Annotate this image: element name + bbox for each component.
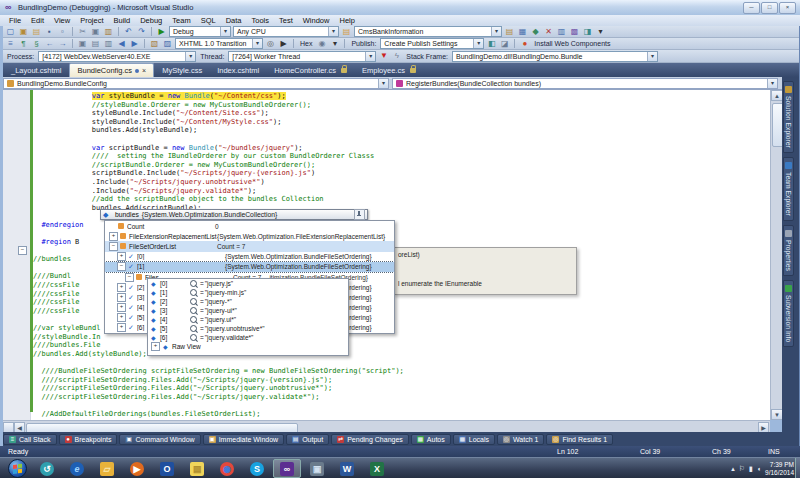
- install-web-components-button[interactable]: Install Web Components: [532, 40, 612, 47]
- outlook-icon[interactable]: O: [153, 459, 181, 478]
- files-popup-row[interactable]: ◆[0]= "jquery.js": [148, 279, 348, 288]
- expander-icon[interactable]: +: [117, 283, 126, 292]
- menu-item-build[interactable]: Build: [109, 15, 136, 26]
- side-tab-subversion-info[interactable]: Subversion Info: [783, 280, 794, 347]
- menu-item-sql[interactable]: SQL: [196, 15, 221, 26]
- magnifier-icon[interactable]: [190, 325, 197, 332]
- paste-icon[interactable]: ▥: [103, 27, 114, 37]
- member-dropdown[interactable]: RegisterBundles(BundleCollection bundles…: [392, 78, 778, 89]
- find-symbol-icon[interactable]: ◉: [316, 39, 327, 49]
- maximize-button[interactable]: □: [761, 2, 778, 14]
- decrease-indent-icon[interactable]: ←: [44, 39, 55, 49]
- style-sheet-icon[interactable]: ▧: [149, 39, 160, 49]
- action-center-icon[interactable]: ⚐: [739, 465, 745, 473]
- datatip-row[interactable]: +FileExtensionReplacementList{System.Web…: [105, 231, 394, 241]
- redo-icon[interactable]: ↷: [136, 27, 147, 37]
- doc-tab-mystyle-css[interactable]: MyStyle.css: [155, 64, 209, 77]
- expander-icon[interactable]: +: [117, 313, 126, 322]
- menu-item-help[interactable]: Help: [334, 15, 359, 26]
- magnifier-icon[interactable]: [190, 307, 197, 314]
- save-all-icon[interactable]: ▫: [57, 27, 68, 37]
- media-player-icon[interactable]: ▶: [123, 459, 151, 478]
- magnifier-icon[interactable]: [190, 316, 197, 323]
- cut-icon[interactable]: ✂: [77, 27, 88, 37]
- files-expansion-popup[interactable]: ◆[0]= "jquery.js"◆[1]= "jquery-min.js"◆[…: [147, 278, 349, 356]
- output-window-icon[interactable]: ▥: [556, 27, 567, 37]
- datatip-row[interactable]: −✓[1]{System.Web.Optimization.BundleFile…: [105, 262, 394, 272]
- publish-settings-icon[interactable]: ◧: [486, 39, 497, 49]
- menu-item-test[interactable]: Test: [274, 15, 298, 26]
- panel-tab-command-window[interactable]: ▣Command Window: [119, 434, 200, 445]
- side-tab-solution-explorer[interactable]: Solution Explorer: [783, 81, 794, 153]
- expander-icon[interactable]: +: [117, 252, 126, 261]
- internet-explorer-icon[interactable]: e: [63, 459, 91, 478]
- menu-item-project[interactable]: Project: [75, 15, 108, 26]
- expander-icon[interactable]: −: [125, 273, 134, 282]
- expander-icon[interactable]: −: [109, 242, 118, 251]
- files-popup-row[interactable]: ◆[1]= "jquery-min.js": [148, 288, 348, 297]
- undo-icon[interactable]: ↶: [123, 27, 134, 37]
- sticky-notes-icon[interactable]: ▤: [183, 459, 211, 478]
- files-popup-row[interactable]: ◆[2]= "jquery-*": [148, 297, 348, 306]
- new-item-icon[interactable]: ▢: [5, 27, 16, 37]
- open-file-icon[interactable]: ▤: [31, 27, 42, 37]
- panel-tab-watch-1[interactable]: ◎Watch 1: [497, 434, 544, 445]
- expander-icon[interactable]: +: [117, 293, 126, 302]
- object-browser-icon[interactable]: ◆: [530, 27, 541, 37]
- outline-collapse-box[interactable]: −: [18, 246, 27, 255]
- doc-tab-homecontroller-cs[interactable]: HomeController.cs: [267, 64, 354, 77]
- excel-icon[interactable]: X: [363, 459, 391, 478]
- magnifier-icon[interactable]: [190, 334, 197, 341]
- check-accessibility-icon[interactable]: ◎: [265, 39, 276, 49]
- start-page-icon[interactable]: ▩: [569, 27, 580, 37]
- debug-config-dropdown[interactable]: Debug▾: [169, 26, 231, 37]
- format-document-icon[interactable]: ≡: [5, 39, 16, 49]
- menu-item-data[interactable]: Data: [221, 15, 247, 26]
- admin-tools-icon[interactable]: ▣: [303, 459, 331, 478]
- chrome-icon[interactable]: ◉: [213, 459, 241, 478]
- menu-item-view[interactable]: View: [49, 15, 75, 26]
- panel-tab-pending-changes[interactable]: ⇄Pending Changes: [331, 434, 409, 445]
- taskbar-clock[interactable]: 7:39 PM 9/16/2014: [765, 461, 794, 476]
- show-hidden-icons[interactable]: ▴: [731, 465, 735, 473]
- magnifier-icon[interactable]: [190, 280, 197, 287]
- panel-tab-autos[interactable]: ▦Autos: [411, 434, 451, 445]
- files-popup-row[interactable]: ◆[4]= "jquery.ui*": [148, 315, 348, 324]
- thread-filter-icon[interactable]: ▼: [378, 51, 389, 61]
- add-item-icon[interactable]: ▣: [18, 27, 29, 37]
- navigate-fwd-icon[interactable]: ▶: [129, 39, 140, 49]
- install-web-components-icon[interactable]: ●: [519, 39, 530, 49]
- skype-icon[interactable]: S: [243, 459, 271, 478]
- menu-item-edit[interactable]: Edit: [26, 15, 49, 26]
- files-popup-row[interactable]: +◆Raw View: [148, 342, 348, 351]
- comment-icon[interactable]: ¶: [18, 39, 29, 49]
- menu-item-tools[interactable]: Tools: [247, 15, 275, 26]
- toolbar-options-icon[interactable]: ▾: [595, 27, 606, 37]
- side-tab-properties[interactable]: Properties: [783, 225, 794, 276]
- save-icon[interactable]: ▪: [44, 27, 55, 37]
- panel-tab-immediate-window[interactable]: ▣Immediate Window: [203, 434, 285, 445]
- copy-icon[interactable]: ▣: [90, 27, 101, 37]
- stack-frame-dropdown[interactable]: BundlingDemo.dll!BundlingDemo.Bundle▾: [452, 51, 658, 62]
- doc-tab-index-cshtml[interactable]: Index.cshtml: [210, 64, 266, 77]
- view-in-browser-icon[interactable]: ▶: [278, 39, 289, 49]
- menu-item-team[interactable]: Team: [167, 15, 195, 26]
- error-list-icon[interactable]: ✕: [543, 27, 554, 37]
- datatip-row[interactable]: −FileSetOrderListCount = 7: [105, 241, 394, 251]
- datatip-row[interactable]: +✓[0]{System.Web.Optimization.BundleFile…: [105, 252, 394, 262]
- flagged-threads-icon[interactable]: ϟ: [391, 51, 402, 61]
- expander-icon[interactable]: −: [117, 262, 126, 271]
- breakpoint-window-icon[interactable]: ▾: [329, 39, 340, 49]
- doc-tab-bundleconfig-cs[interactable]: BundleConfig.cs×: [69, 63, 154, 77]
- start-debug-icon[interactable]: ▶: [156, 27, 167, 37]
- doc-tab-employee-cs[interactable]: Employee.cs: [355, 64, 423, 77]
- panel-tab-output[interactable]: ▤Output: [286, 434, 329, 445]
- uncomment-icon[interactable]: §: [31, 39, 42, 49]
- component-lookup-icon[interactable]: ▤: [341, 27, 352, 37]
- panel-tab-breakpoints[interactable]: ●Breakpoints: [59, 434, 118, 445]
- folder-icon[interactable]: ▱: [93, 459, 121, 478]
- sync-app-icon[interactable]: ↺: [33, 459, 61, 478]
- thread-dropdown[interactable]: [7264] Worker Thread▾: [228, 51, 376, 62]
- close-tab-icon[interactable]: ×: [142, 67, 146, 74]
- hex-toggle[interactable]: Hex: [298, 40, 314, 47]
